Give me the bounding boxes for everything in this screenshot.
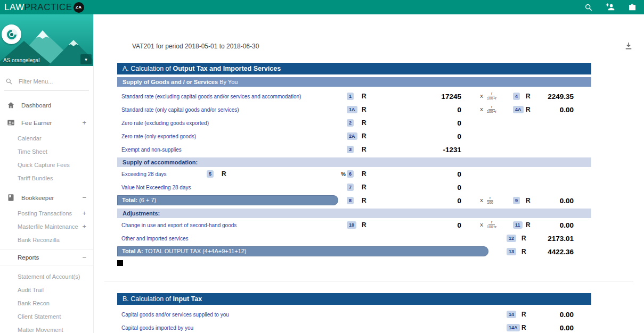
row-label: Capital goods imported by you	[121, 324, 193, 330]
book-icon	[7, 194, 15, 202]
expand-icon[interactable]: +	[82, 223, 86, 230]
sidebar-item-label: Statement of Account(s)	[18, 273, 80, 280]
section-a-header-bold: Output Tax and Imported Services	[173, 65, 281, 72]
sidebar-item-reports[interactable]: Reports −	[0, 249, 93, 265]
field-value: 17245	[441, 92, 461, 100]
field-value: 0	[457, 183, 461, 191]
sidebar-item-matter-movement[interactable]: Matter Movement	[0, 323, 93, 333]
row-label: Change in use and export of second-hand …	[121, 222, 237, 228]
collapse-icon[interactable]: −	[82, 254, 86, 261]
section-a-header-normal: A. Calculation of	[123, 65, 173, 72]
currency-symbol: R	[362, 146, 366, 153]
goods-subheader-bold: Supply of Goods and / or Services	[123, 79, 218, 85]
form-row-exceeding-28-days: Exceeding 28 days 5 R % 6 R 0	[117, 167, 591, 180]
fraction-numerator: r	[488, 91, 495, 96]
sidebar-item-label: Posting Transactions	[18, 210, 72, 217]
field-number-badge: 11	[513, 221, 523, 229]
tax-fraction: r100	[487, 196, 493, 205]
currency-symbol: R	[362, 221, 366, 229]
firm-avatar[interactable]	[2, 24, 21, 44]
expand-icon[interactable]: +	[82, 210, 86, 217]
search-icon[interactable]	[584, 3, 593, 12]
sidebar-item-label: Fee Earner	[21, 120, 52, 126]
account-name: AS orangelegal	[3, 57, 39, 63]
row-label: Exceeding 28 days	[121, 171, 167, 177]
goods-rows: Standard rate (excluding capital goods a…	[117, 89, 591, 156]
row-label: Zero rate (excluding goods exported)	[121, 120, 209, 126]
download-icon[interactable]	[624, 41, 633, 51]
total-label-bold: Total:	[122, 197, 137, 203]
sidebar-item-label: Quick Capture Fees	[18, 162, 70, 168]
field-number-badge: 4A	[513, 106, 524, 113]
adjustments-subheader: Adjustments:	[117, 209, 591, 218]
form-row-zero-rate: Zero rate (excluding goods exported) 2 R…	[117, 116, 591, 129]
field-value: 0	[457, 221, 461, 229]
percent-symbol: %	[341, 171, 346, 177]
row-label: Standard rate (only capital goods and/or…	[121, 106, 239, 112]
sidebar-item-label: Dashboard	[21, 102, 51, 109]
sidebar-item-bank-reconzilla[interactable]: Bank Reconzilla	[0, 233, 93, 246]
goods-subheader-normal: By You	[218, 79, 238, 85]
tax-fraction: r100+r	[487, 91, 496, 101]
currency-symbol: R	[362, 93, 366, 100]
tax-fraction: r100+r	[487, 105, 496, 114]
field-number-badge: 4	[513, 93, 520, 100]
topbar-actions	[584, 3, 644, 12]
sidebar-item-tariff-bundles[interactable]: Tariff Bundles	[0, 171, 93, 185]
sidebar: AS orangelegal ▾ Dashboard Fee	[0, 14, 94, 333]
total-label-rest: (6 + 7)	[137, 197, 156, 203]
collapse-icon[interactable]: −	[82, 194, 86, 201]
layout: AS orangelegal ▾ Dashboard Fee	[0, 14, 644, 333]
goods-services-subheader: Supply of Goods and / or Services By You	[117, 77, 591, 87]
sidebar-item-time-sheet[interactable]: Time Sheet	[0, 145, 93, 158]
sidebar-item-label: Bank Recon	[18, 300, 50, 306]
home-icon	[7, 101, 15, 110]
account-dropdown-button[interactable]: ▾	[80, 54, 92, 64]
field-number-badge: 12	[507, 235, 516, 242]
total-a-label-bold: Total A:	[122, 248, 143, 254]
filter-menu-input[interactable]	[18, 78, 77, 85]
sidebar-item-posting-transactions[interactable]: Posting Transactions +	[0, 206, 93, 220]
currency-symbol: R	[362, 184, 366, 191]
multiply-symbol: X	[480, 222, 483, 228]
sidebar-item-label: Bank Reconzilla	[18, 237, 60, 243]
field-value: 0.00	[560, 221, 574, 229]
app-logo: LAWPRACTICE ZA	[4, 2, 84, 13]
vat201-section-a: A. Calculation of Output Tax and Importe…	[117, 63, 591, 266]
logo-practice-text: PRACTICE	[25, 2, 72, 13]
field-value: -1231	[443, 145, 461, 153]
filter-search-icon	[5, 78, 13, 85]
adjustment-rows: Change in use and export of second-hand …	[117, 218, 591, 245]
currency-symbol: R	[222, 170, 226, 178]
field-value: 0	[457, 196, 461, 204]
sidebar-item-bank-recon[interactable]: Bank Recon	[0, 296, 93, 310]
field-value: 0.00	[560, 323, 574, 331]
fraction-denominator: 100+r	[487, 96, 496, 101]
sidebar-item-statement-of-accounts[interactable]: Statement of Account(s)	[0, 270, 93, 283]
sidebar-item-quick-capture-fees[interactable]: Quick Capture Fees	[0, 158, 93, 171]
section-a-header: A. Calculation of Output Tax and Importe…	[117, 63, 591, 74]
currency-symbol: R	[362, 170, 366, 178]
sidebar-item-masterfile-maintenance[interactable]: Masterfile Maintenance +	[0, 220, 93, 233]
form-row-other-imported-services: Other and imported services 12 R 2173.01	[117, 231, 591, 245]
field-value: 0.00	[560, 196, 574, 204]
field-value: 0.00	[560, 310, 574, 318]
field-number-badge: 14	[507, 311, 516, 318]
field-number-badge: 14A	[507, 324, 520, 331]
sidebar-item-calendar[interactable]: Calendar	[0, 131, 93, 145]
expand-icon[interactable]: +	[82, 119, 86, 126]
field-value: 0	[457, 170, 461, 178]
sidebar-item-client-statement[interactable]: Client Statement	[0, 310, 93, 323]
row-label: Exempt and non-supplies	[121, 146, 182, 152]
sidebar-item-audit-trail[interactable]: Audit Trail	[0, 283, 93, 296]
sidebar-item-bookkeeper[interactable]: Bookkeeper −	[0, 189, 93, 206]
sidebar-item-fee-earner[interactable]: Fee Earner +	[0, 114, 93, 131]
currency-symbol: R	[521, 248, 526, 255]
form-row-zero-rate-exported: Zero rate (only exported goods) 2A R 0	[117, 129, 591, 143]
sidebar-item-dashboard[interactable]: Dashboard	[0, 96, 93, 114]
briefcase-icon[interactable]	[627, 3, 637, 12]
field-number-badge: 2	[347, 119, 354, 127]
person-add-icon[interactable]	[606, 3, 615, 12]
account-banner: AS orangelegal ▾	[0, 14, 93, 66]
currency-symbol: R	[362, 119, 366, 127]
